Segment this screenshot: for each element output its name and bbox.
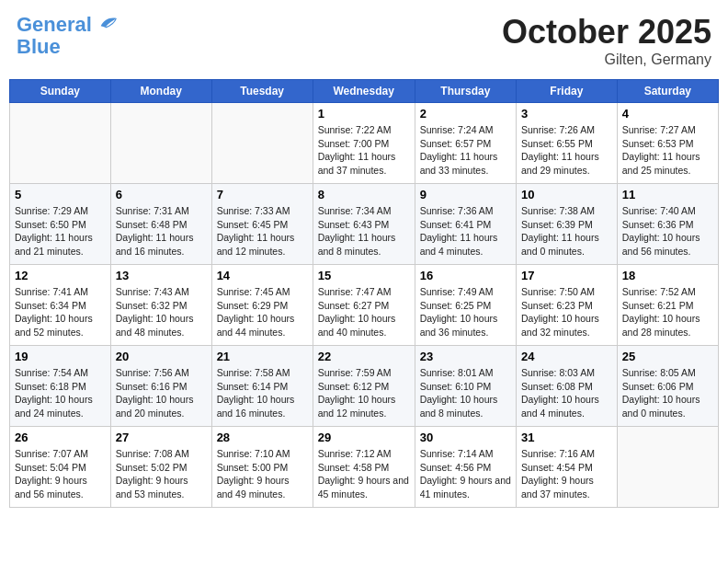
calendar-cell: 3Sunrise: 7:26 AM Sunset: 6:55 PM Daylig… — [517, 103, 618, 184]
day-info: Sunrise: 7:31 AM Sunset: 6:48 PM Dayligh… — [116, 204, 207, 259]
calendar-cell: 26Sunrise: 7:07 AM Sunset: 5:04 PM Dayli… — [10, 427, 111, 508]
calendar-cell: 23Sunrise: 8:01 AM Sunset: 6:10 PM Dayli… — [415, 346, 516, 427]
logo-text2: Blue — [17, 36, 118, 58]
calendar-cell: 8Sunrise: 7:34 AM Sunset: 6:43 PM Daylig… — [313, 184, 415, 265]
day-number: 7 — [217, 188, 308, 201]
day-info: Sunrise: 7:10 AM Sunset: 5:00 PM Dayligh… — [217, 447, 308, 501]
calendar-cell: 9Sunrise: 7:36 AM Sunset: 6:41 PM Daylig… — [415, 184, 516, 265]
day-number: 30 — [420, 431, 511, 444]
calendar-cell: 14Sunrise: 7:45 AM Sunset: 6:29 PM Dayli… — [211, 265, 313, 346]
calendar-cell: 22Sunrise: 7:59 AM Sunset: 6:12 PM Dayli… — [313, 346, 415, 427]
day-info: Sunrise: 7:45 AM Sunset: 6:29 PM Dayligh… — [217, 285, 308, 339]
day-info: Sunrise: 7:47 AM Sunset: 6:27 PM Dayligh… — [318, 285, 410, 339]
calendar-cell: 25Sunrise: 8:05 AM Sunset: 6:06 PM Dayli… — [617, 346, 718, 427]
calendar-week-row: 26Sunrise: 7:07 AM Sunset: 5:04 PM Dayli… — [10, 427, 719, 508]
day-number: 27 — [116, 431, 207, 444]
day-info: Sunrise: 7:40 AM Sunset: 6:36 PM Dayligh… — [622, 204, 713, 259]
weekday-header-row: SundayMondayTuesdayWednesdayThursdayFrid… — [10, 80, 719, 103]
day-info: Sunrise: 7:12 AM Sunset: 4:58 PM Dayligh… — [318, 447, 410, 501]
day-number: 4 — [622, 107, 713, 121]
day-info: Sunrise: 7:27 AM Sunset: 6:53 PM Dayligh… — [622, 123, 713, 178]
day-info: Sunrise: 7:54 AM Sunset: 6:18 PM Dayligh… — [15, 366, 106, 420]
calendar-cell: 29Sunrise: 7:12 AM Sunset: 4:58 PM Dayli… — [313, 427, 415, 508]
day-number: 10 — [521, 188, 612, 201]
day-number: 8 — [318, 188, 410, 201]
calendar-cell: 28Sunrise: 7:10 AM Sunset: 5:00 PM Dayli… — [211, 427, 313, 508]
day-number: 19 — [15, 350, 106, 363]
weekday-header: Monday — [110, 80, 211, 103]
calendar-cell: 16Sunrise: 7:49 AM Sunset: 6:25 PM Dayli… — [415, 265, 516, 346]
calendar-cell — [617, 427, 718, 508]
weekday-header: Wednesday — [313, 80, 415, 103]
day-number: 11 — [622, 188, 713, 201]
calendar-cell: 6Sunrise: 7:31 AM Sunset: 6:48 PM Daylig… — [110, 184, 211, 265]
day-number: 22 — [318, 350, 410, 363]
day-number: 13 — [116, 269, 207, 282]
title-block: October 2025 Gilten, Germany — [502, 13, 711, 68]
calendar-cell: 11Sunrise: 7:40 AM Sunset: 6:36 PM Dayli… — [617, 184, 718, 265]
day-number: 31 — [521, 431, 612, 444]
calendar-cell: 31Sunrise: 7:16 AM Sunset: 4:54 PM Dayli… — [517, 427, 618, 508]
weekday-header: Saturday — [617, 80, 718, 103]
day-number: 3 — [521, 107, 612, 121]
day-info: Sunrise: 7:08 AM Sunset: 5:02 PM Dayligh… — [116, 447, 207, 501]
day-number: 12 — [15, 269, 106, 282]
calendar-cell: 12Sunrise: 7:41 AM Sunset: 6:34 PM Dayli… — [10, 265, 111, 346]
day-info: Sunrise: 7:41 AM Sunset: 6:34 PM Dayligh… — [15, 285, 106, 339]
calendar-cell: 19Sunrise: 7:54 AM Sunset: 6:18 PM Dayli… — [10, 346, 111, 427]
day-info: Sunrise: 8:01 AM Sunset: 6:10 PM Dayligh… — [420, 366, 511, 420]
day-info: Sunrise: 7:07 AM Sunset: 5:04 PM Dayligh… — [15, 447, 106, 501]
calendar-cell: 20Sunrise: 7:56 AM Sunset: 6:16 PM Dayli… — [110, 346, 211, 427]
day-number: 20 — [116, 350, 207, 363]
calendar-cell: 7Sunrise: 7:33 AM Sunset: 6:45 PM Daylig… — [211, 184, 313, 265]
calendar-cell — [110, 103, 211, 184]
day-info: Sunrise: 7:29 AM Sunset: 6:50 PM Dayligh… — [15, 204, 106, 259]
day-info: Sunrise: 7:52 AM Sunset: 6:21 PM Dayligh… — [622, 285, 713, 339]
page-header: General Blue October 2025 Gilten, German… — [9, 9, 719, 72]
day-info: Sunrise: 7:59 AM Sunset: 6:12 PM Dayligh… — [318, 366, 410, 420]
calendar-table: SundayMondayTuesdayWednesdayThursdayFrid… — [9, 79, 719, 508]
day-number: 16 — [420, 269, 511, 282]
calendar-cell: 15Sunrise: 7:47 AM Sunset: 6:27 PM Dayli… — [313, 265, 415, 346]
day-info: Sunrise: 7:34 AM Sunset: 6:43 PM Dayligh… — [318, 204, 410, 259]
calendar-cell: 27Sunrise: 7:08 AM Sunset: 5:02 PM Dayli… — [110, 427, 211, 508]
calendar-cell: 17Sunrise: 7:50 AM Sunset: 6:23 PM Dayli… — [517, 265, 618, 346]
day-info: Sunrise: 7:33 AM Sunset: 6:45 PM Dayligh… — [217, 204, 308, 259]
day-info: Sunrise: 7:50 AM Sunset: 6:23 PM Dayligh… — [521, 285, 612, 339]
location: Gilten, Germany — [502, 52, 711, 68]
day-info: Sunrise: 7:22 AM Sunset: 7:00 PM Dayligh… — [318, 123, 410, 178]
weekday-header: Sunday — [10, 80, 111, 103]
day-number: 14 — [217, 269, 308, 282]
day-info: Sunrise: 7:36 AM Sunset: 6:41 PM Dayligh… — [420, 204, 511, 259]
calendar-cell — [10, 103, 111, 184]
month-title: October 2025 — [502, 13, 711, 52]
day-number: 18 — [622, 269, 713, 282]
calendar-cell: 4Sunrise: 7:27 AM Sunset: 6:53 PM Daylig… — [617, 103, 718, 184]
day-info: Sunrise: 8:03 AM Sunset: 6:08 PM Dayligh… — [521, 366, 612, 420]
day-number: 15 — [318, 269, 410, 282]
day-number: 17 — [521, 269, 612, 282]
calendar-cell — [211, 103, 313, 184]
calendar-week-row: 5Sunrise: 7:29 AM Sunset: 6:50 PM Daylig… — [10, 184, 719, 265]
day-number: 29 — [318, 431, 410, 444]
day-number: 23 — [420, 350, 511, 363]
day-number: 25 — [622, 350, 713, 363]
calendar-cell: 21Sunrise: 7:58 AM Sunset: 6:14 PM Dayli… — [211, 346, 313, 427]
calendar-cell: 30Sunrise: 7:14 AM Sunset: 4:56 PM Dayli… — [415, 427, 516, 508]
day-number: 24 — [521, 350, 612, 363]
calendar-cell: 2Sunrise: 7:24 AM Sunset: 6:57 PM Daylig… — [415, 103, 516, 184]
day-info: Sunrise: 7:49 AM Sunset: 6:25 PM Dayligh… — [420, 285, 511, 339]
calendar-cell: 13Sunrise: 7:43 AM Sunset: 6:32 PM Dayli… — [110, 265, 211, 346]
weekday-header: Thursday — [415, 80, 516, 103]
calendar-cell: 10Sunrise: 7:38 AM Sunset: 6:39 PM Dayli… — [517, 184, 618, 265]
calendar-cell: 5Sunrise: 7:29 AM Sunset: 6:50 PM Daylig… — [10, 184, 111, 265]
day-info: Sunrise: 8:05 AM Sunset: 6:06 PM Dayligh… — [622, 366, 713, 420]
logo-text: General — [17, 13, 118, 36]
day-number: 9 — [420, 188, 511, 201]
calendar-week-row: 19Sunrise: 7:54 AM Sunset: 6:18 PM Dayli… — [10, 346, 719, 427]
calendar-cell: 18Sunrise: 7:52 AM Sunset: 6:21 PM Dayli… — [617, 265, 718, 346]
day-number: 6 — [116, 188, 207, 201]
calendar-week-row: 12Sunrise: 7:41 AM Sunset: 6:34 PM Dayli… — [10, 265, 719, 346]
day-number: 26 — [15, 431, 106, 444]
day-info: Sunrise: 7:16 AM Sunset: 4:54 PM Dayligh… — [521, 447, 612, 501]
